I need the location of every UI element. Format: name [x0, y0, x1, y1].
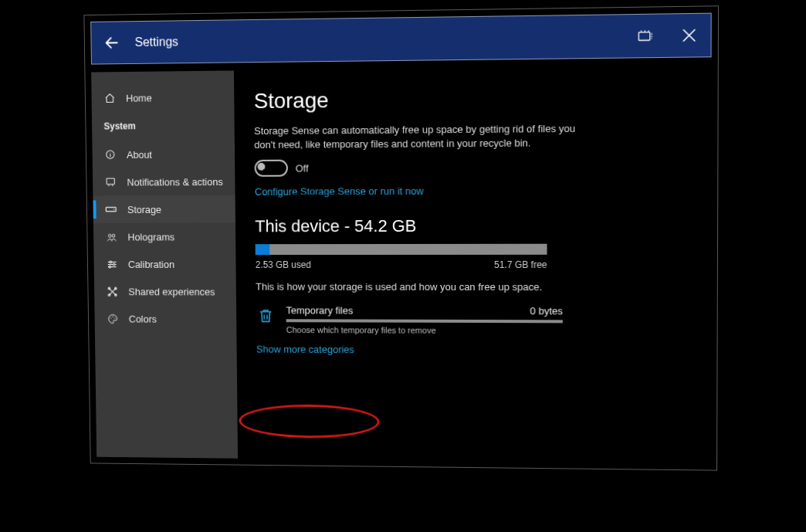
svg-point-28 — [110, 317, 111, 318]
svg-rect-11 — [107, 178, 114, 185]
home-icon — [103, 92, 116, 103]
close-icon — [682, 28, 696, 42]
storage-howused-text: This is how your storage is used and how… — [256, 281, 690, 293]
sidebar-item-label: Shared experiences — [128, 286, 215, 297]
sidebar-item-storage[interactable]: Storage — [93, 195, 235, 223]
back-button[interactable] — [91, 22, 132, 63]
info-icon — [104, 149, 117, 160]
window-title: Settings — [135, 35, 178, 49]
category-name: Temporary files — [286, 305, 354, 317]
sidebar: Home System About — [91, 70, 238, 458]
svg-point-29 — [112, 316, 113, 317]
category-usage-bar — [286, 320, 563, 324]
device-heading: This device - 54.2 GB — [255, 215, 690, 236]
svg-point-19 — [113, 263, 114, 265]
sidebar-item-label: Holograms — [127, 231, 174, 242]
sidebar-item-holograms[interactable]: Holograms — [93, 223, 235, 251]
shared-experiences-icon — [106, 286, 118, 297]
storage-sense-toggle-row: Off — [255, 158, 691, 177]
svg-point-13 — [113, 209, 114, 210]
sidebar-item-colors[interactable]: Colors — [94, 305, 236, 333]
sidebar-item-notifications[interactable]: Notifications & actions — [93, 168, 235, 196]
sidebar-home-label: Home — [126, 92, 152, 103]
svg-rect-1 — [638, 32, 650, 41]
configure-storage-sense-link[interactable]: Configure Storage Sense or run it now — [255, 185, 424, 198]
svg-point-27 — [114, 293, 116, 295]
storage-sense-description: Storage Sense can automatically free up … — [254, 122, 586, 153]
svg-point-21 — [109, 266, 110, 267]
storage-free-label: 51.7 GB free — [494, 259, 547, 270]
window-body: Home System About — [91, 66, 711, 464]
storage-icon — [105, 205, 117, 214]
svg-point-30 — [113, 317, 114, 318]
colors-icon — [107, 313, 119, 324]
notifications-icon — [104, 177, 117, 188]
storage-usage-meta: 2.53 GB used 51.7 GB free — [256, 259, 547, 270]
sidebar-item-label: Calibration — [128, 259, 174, 270]
svg-point-15 — [112, 234, 115, 237]
category-subtext: Choose which temporary files to remove — [286, 326, 563, 336]
svg-point-26 — [108, 293, 110, 295]
sidebar-item-label: About — [127, 148, 152, 160]
page-title: Storage — [254, 84, 691, 114]
sidebar-item-shared-experiences[interactable]: Shared experiences — [94, 278, 236, 306]
category-temporary-files[interactable]: Temporary files 0 bytes Choose which tem… — [256, 305, 563, 336]
sidebar-item-calibration[interactable]: Calibration — [93, 250, 235, 278]
storage-used-label: 2.53 GB used — [256, 259, 311, 270]
follow-me-button[interactable] — [625, 14, 668, 57]
svg-point-17 — [110, 261, 111, 263]
sidebar-section-heading: System — [92, 114, 235, 137]
follow-me-icon — [638, 29, 655, 42]
calibration-icon — [106, 259, 118, 270]
sidebar-item-about[interactable]: About — [92, 140, 235, 168]
holograms-icon — [105, 231, 117, 242]
category-size: 0 bytes — [530, 306, 563, 317]
svg-point-25 — [114, 287, 116, 289]
sidebar-home[interactable]: Home — [91, 83, 234, 112]
titlebar: Settings — [90, 13, 712, 65]
storage-sense-toggle-label: Off — [296, 162, 309, 174]
storage-sense-toggle[interactable] — [255, 160, 288, 177]
storage-usage-fill — [256, 245, 270, 256]
show-more-categories-link[interactable]: Show more categories — [256, 344, 354, 355]
sidebar-item-label: Colors — [129, 313, 157, 324]
sidebar-item-label: Storage — [127, 204, 161, 215]
close-button[interactable] — [668, 14, 711, 57]
svg-point-10 — [110, 152, 110, 153]
trash-icon — [256, 307, 276, 327]
main-panel: Storage Storage Sense can automatically … — [234, 66, 712, 464]
storage-usage-bar — [256, 244, 547, 255]
svg-point-14 — [108, 234, 111, 237]
svg-rect-12 — [106, 208, 116, 212]
sidebar-item-label: Notifications & actions — [127, 176, 222, 188]
toggle-knob-icon — [258, 163, 266, 171]
back-arrow-icon — [103, 34, 120, 51]
settings-window: Settings — [83, 5, 719, 470]
